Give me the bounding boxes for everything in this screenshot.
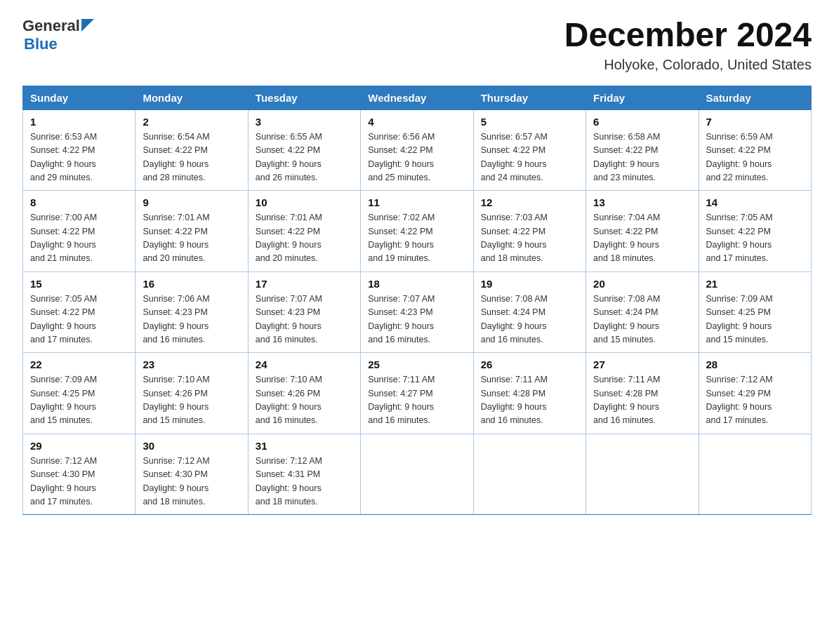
day-number: 13	[593, 196, 691, 208]
cell-info: Sunrise: 7:12 AM Sunset: 4:30 PM Dayligh…	[30, 455, 128, 509]
calendar-cell: 29 Sunrise: 7:12 AM Sunset: 4:30 PM Dayl…	[23, 434, 135, 515]
week-row-2: 8 Sunrise: 7:00 AM Sunset: 4:22 PM Dayli…	[23, 191, 812, 272]
cell-info: Sunrise: 7:12 AM Sunset: 4:29 PM Dayligh…	[706, 373, 804, 428]
cell-info: Sunrise: 7:01 AM Sunset: 4:22 PM Dayligh…	[143, 211, 240, 266]
day-number: 7	[706, 116, 804, 128]
calendar-cell: 15 Sunrise: 7:05 AM Sunset: 4:22 PM Dayl…	[23, 271, 135, 353]
day-number: 5	[481, 116, 578, 128]
calendar-cell: 22 Sunrise: 7:09 AM Sunset: 4:25 PM Dayl…	[23, 353, 135, 434]
day-number: 29	[30, 440, 128, 452]
week-row-3: 15 Sunrise: 7:05 AM Sunset: 4:22 PM Dayl…	[23, 271, 812, 353]
calendar-cell: 30 Sunrise: 7:12 AM Sunset: 4:30 PM Dayl…	[135, 434, 248, 515]
logo-general-text: General	[22, 17, 80, 35]
day-number: 23	[143, 358, 240, 370]
day-number: 8	[30, 196, 128, 208]
calendar-cell: 17 Sunrise: 7:07 AM Sunset: 4:23 PM Dayl…	[248, 271, 360, 353]
cell-info: Sunrise: 7:11 AM Sunset: 4:27 PM Dayligh…	[368, 373, 465, 428]
header-row: Sunday Monday Tuesday Wednesday Thursday…	[23, 86, 812, 109]
calendar-subtitle: Holyoke, Colorado, United States	[564, 57, 812, 73]
day-number: 28	[706, 358, 804, 370]
logo-blue-text: Blue	[24, 35, 94, 53]
day-number: 2	[143, 116, 240, 128]
cell-info: Sunrise: 7:10 AM Sunset: 4:26 PM Dayligh…	[143, 373, 240, 428]
day-number: 18	[368, 278, 465, 290]
calendar-cell: 31 Sunrise: 7:12 AM Sunset: 4:31 PM Dayl…	[248, 434, 360, 515]
col-saturday: Saturday	[699, 86, 811, 109]
week-row-1: 1 Sunrise: 6:53 AM Sunset: 4:22 PM Dayli…	[23, 109, 812, 191]
cell-info: Sunrise: 6:57 AM Sunset: 4:22 PM Dayligh…	[481, 130, 578, 185]
calendar-cell: 13 Sunrise: 7:04 AM Sunset: 4:22 PM Dayl…	[586, 191, 699, 272]
day-number: 4	[368, 116, 465, 128]
cell-info: Sunrise: 7:07 AM Sunset: 4:23 PM Dayligh…	[256, 293, 353, 347]
calendar-cell	[699, 434, 811, 515]
calendar-cell: 6 Sunrise: 6:58 AM Sunset: 4:22 PM Dayli…	[586, 109, 699, 191]
calendar-cell	[361, 434, 473, 515]
page-header: General Blue December 2024 Holyoke, Colo…	[22, 17, 812, 73]
col-thursday: Thursday	[473, 86, 585, 109]
day-number: 11	[368, 196, 465, 208]
calendar-cell: 1 Sunrise: 6:53 AM Sunset: 4:22 PM Dayli…	[23, 109, 135, 191]
calendar-cell: 3 Sunrise: 6:55 AM Sunset: 4:22 PM Dayli…	[248, 109, 360, 191]
col-friday: Friday	[586, 86, 699, 109]
cell-info: Sunrise: 7:12 AM Sunset: 4:31 PM Dayligh…	[256, 455, 353, 509]
calendar-cell: 27 Sunrise: 7:11 AM Sunset: 4:28 PM Dayl…	[586, 353, 699, 434]
calendar-cell: 5 Sunrise: 6:57 AM Sunset: 4:22 PM Dayli…	[473, 109, 585, 191]
day-number: 19	[481, 278, 578, 290]
day-number: 24	[256, 358, 353, 370]
day-number: 12	[481, 196, 578, 208]
week-row-4: 22 Sunrise: 7:09 AM Sunset: 4:25 PM Dayl…	[23, 353, 812, 434]
cell-info: Sunrise: 7:06 AM Sunset: 4:23 PM Dayligh…	[143, 293, 240, 347]
cell-info: Sunrise: 7:09 AM Sunset: 4:25 PM Dayligh…	[706, 293, 804, 347]
cell-info: Sunrise: 7:10 AM Sunset: 4:26 PM Dayligh…	[256, 373, 353, 428]
day-number: 30	[143, 440, 240, 452]
week-row-5: 29 Sunrise: 7:12 AM Sunset: 4:30 PM Dayl…	[23, 434, 812, 515]
col-monday: Monday	[135, 86, 248, 109]
calendar-cell: 7 Sunrise: 6:59 AM Sunset: 4:22 PM Dayli…	[699, 109, 811, 191]
cell-info: Sunrise: 7:12 AM Sunset: 4:30 PM Dayligh…	[143, 455, 240, 509]
cell-info: Sunrise: 6:56 AM Sunset: 4:22 PM Dayligh…	[368, 130, 465, 185]
day-number: 10	[256, 196, 353, 208]
cell-info: Sunrise: 7:08 AM Sunset: 4:24 PM Dayligh…	[593, 293, 691, 347]
calendar-cell: 18 Sunrise: 7:07 AM Sunset: 4:23 PM Dayl…	[361, 271, 473, 353]
cell-info: Sunrise: 7:09 AM Sunset: 4:25 PM Dayligh…	[30, 373, 128, 428]
cell-info: Sunrise: 6:55 AM Sunset: 4:22 PM Dayligh…	[256, 130, 353, 185]
col-tuesday: Tuesday	[248, 86, 360, 109]
day-number: 22	[30, 358, 128, 370]
cell-info: Sunrise: 7:11 AM Sunset: 4:28 PM Dayligh…	[593, 373, 691, 428]
cell-info: Sunrise: 7:02 AM Sunset: 4:22 PM Dayligh…	[368, 211, 465, 266]
day-number: 14	[706, 196, 804, 208]
cell-info: Sunrise: 6:58 AM Sunset: 4:22 PM Dayligh…	[593, 130, 691, 185]
calendar-cell: 21 Sunrise: 7:09 AM Sunset: 4:25 PM Dayl…	[699, 271, 811, 353]
calendar-table: Sunday Monday Tuesday Wednesday Thursday…	[22, 86, 812, 516]
calendar-cell: 20 Sunrise: 7:08 AM Sunset: 4:24 PM Dayl…	[586, 271, 699, 353]
title-block: December 2024 Holyoke, Colorado, United …	[564, 17, 812, 73]
calendar-cell: 23 Sunrise: 7:10 AM Sunset: 4:26 PM Dayl…	[135, 353, 248, 434]
col-wednesday: Wednesday	[361, 86, 473, 109]
calendar-cell: 8 Sunrise: 7:00 AM Sunset: 4:22 PM Dayli…	[23, 191, 135, 272]
day-number: 9	[143, 196, 240, 208]
cell-info: Sunrise: 7:01 AM Sunset: 4:22 PM Dayligh…	[256, 211, 353, 266]
cell-info: Sunrise: 6:53 AM Sunset: 4:22 PM Dayligh…	[30, 130, 128, 185]
day-number: 26	[481, 358, 578, 370]
day-number: 6	[593, 116, 691, 128]
cell-info: Sunrise: 6:59 AM Sunset: 4:22 PM Dayligh…	[706, 130, 804, 185]
calendar-cell	[586, 434, 699, 515]
logo-arrow-icon	[81, 19, 94, 32]
day-number: 15	[30, 278, 128, 290]
cell-info: Sunrise: 7:11 AM Sunset: 4:28 PM Dayligh…	[481, 373, 578, 428]
calendar-title: December 2024	[564, 17, 812, 54]
cell-info: Sunrise: 7:07 AM Sunset: 4:23 PM Dayligh…	[368, 293, 465, 347]
day-number: 17	[256, 278, 353, 290]
logo: General Blue	[22, 17, 94, 53]
calendar-cell: 16 Sunrise: 7:06 AM Sunset: 4:23 PM Dayl…	[135, 271, 248, 353]
calendar-cell: 10 Sunrise: 7:01 AM Sunset: 4:22 PM Dayl…	[248, 191, 360, 272]
calendar-cell: 11 Sunrise: 7:02 AM Sunset: 4:22 PM Dayl…	[361, 191, 473, 272]
cell-info: Sunrise: 7:03 AM Sunset: 4:22 PM Dayligh…	[481, 211, 578, 266]
calendar-cell	[473, 434, 585, 515]
svg-marker-0	[81, 19, 94, 32]
day-number: 21	[706, 278, 804, 290]
cell-info: Sunrise: 7:05 AM Sunset: 4:22 PM Dayligh…	[30, 293, 128, 347]
cell-info: Sunrise: 7:04 AM Sunset: 4:22 PM Dayligh…	[593, 211, 691, 266]
calendar-cell: 9 Sunrise: 7:01 AM Sunset: 4:22 PM Dayli…	[135, 191, 248, 272]
day-number: 25	[368, 358, 465, 370]
